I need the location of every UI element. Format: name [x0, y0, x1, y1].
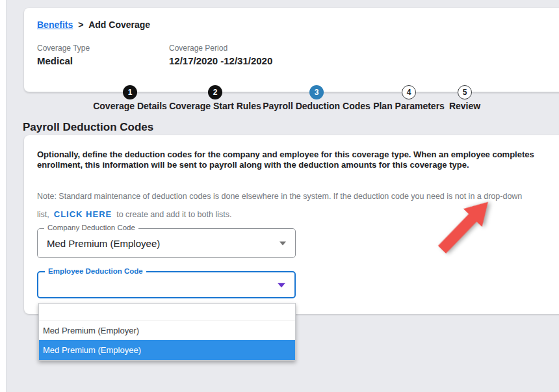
breadcrumb: Benefits > Add Coverage: [37, 20, 150, 30]
payroll-deduction-card: Optionally, define the deduction codes f…: [24, 135, 559, 314]
step-3-circle: 3: [309, 85, 324, 99]
breadcrumb-separator: >: [78, 20, 83, 30]
breadcrumb-current: Add Coverage: [88, 20, 150, 30]
step-2-circle: 2: [208, 85, 222, 99]
dropdown-option-blank[interactable]: [39, 304, 295, 320]
step-1-label: Coverage Details: [93, 101, 167, 111]
step-5-circle: 5: [458, 85, 472, 99]
employee-deduction-code-select[interactable]: Employee Deduction Code: [37, 271, 296, 298]
step-2-label: Coverage Start Rules: [169, 101, 261, 111]
step-4-circle: 4: [402, 85, 416, 99]
dropdown-option-med-premium-employee-selected[interactable]: Med Premium (Employee): [39, 340, 295, 360]
step-1-circle: 1: [123, 85, 137, 99]
company-deduction-code-value: Med Premium (Employee): [47, 238, 160, 249]
coverage-type-label: Coverage Type: [37, 44, 90, 53]
coverage-period-group: Coverage Period 12/17/2020 -12/31/2020: [169, 44, 272, 66]
note-suffix: to create and add it to both lists.: [116, 210, 231, 219]
coverage-summary-card: Benefits > Add Coverage Coverage Type Me…: [24, 8, 559, 92]
step-3-label: Payroll Deduction Codes: [263, 101, 370, 111]
deduction-note: Note: Standard maintenance of deduction …: [37, 187, 547, 224]
section-description: Optionally, define the deduction codes f…: [37, 150, 547, 170]
coverage-period-label: Coverage Period: [169, 44, 272, 53]
step-5-label: Review: [449, 101, 480, 111]
add-coverage-page: Benefits > Add Coverage Coverage Type Me…: [0, 0, 559, 392]
company-deduction-code-select[interactable]: Company Deduction Code Med Premium (Empl…: [37, 228, 296, 258]
employee-deduction-dropdown-menu: Med Premium (Employer) Med Premium (Empl…: [38, 303, 296, 361]
company-deduction-code-label: Company Deduction Code: [44, 224, 138, 231]
chevron-down-icon: [280, 242, 286, 246]
chevron-down-icon: [278, 283, 285, 287]
coverage-type-group: Coverage Type Medical: [37, 44, 90, 66]
click-here-link[interactable]: CLICK HERE: [54, 209, 112, 219]
coverage-type-value: Medical: [37, 55, 90, 66]
page-title: Payroll Deduction Codes: [23, 121, 153, 134]
breadcrumb-benefits-link[interactable]: Benefits: [37, 20, 73, 30]
employee-deduction-code-label: Employee Deduction Code: [45, 267, 146, 275]
step-4-label: Plan Parameters: [373, 101, 445, 111]
coverage-period-value: 12/17/2020 -12/31/2020: [169, 55, 272, 66]
dropdown-option-med-premium-employer[interactable]: Med Premium (Employer): [39, 320, 295, 340]
left-edge-strip: [0, 0, 6, 392]
